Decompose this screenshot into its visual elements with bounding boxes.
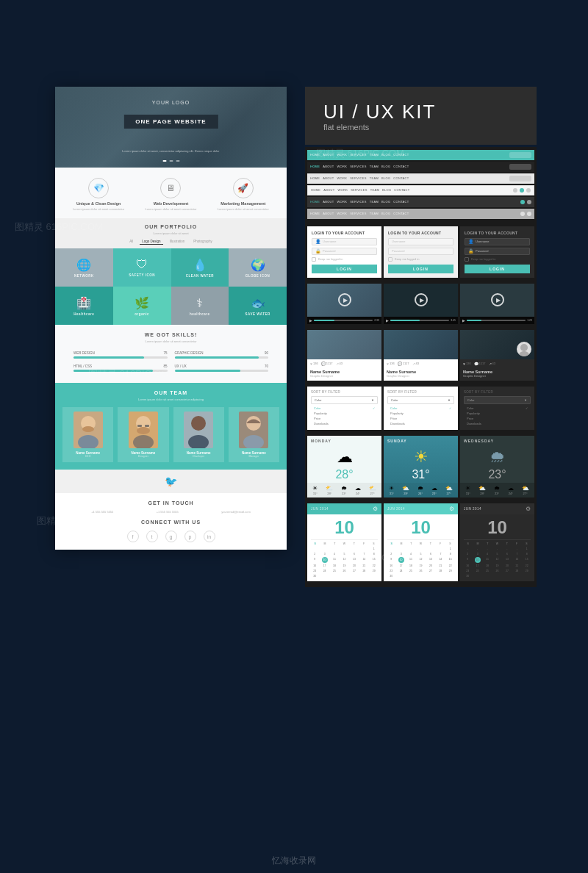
play-icon-3[interactable]: ▶	[462, 318, 465, 323]
pgrid-3[interactable]: 💧 CLEAN WATER	[171, 248, 229, 287]
play-button-2[interactable]: ▶	[415, 293, 428, 306]
hero-button[interactable]: ONE PAGE WEBSITE	[123, 115, 218, 129]
dropdown-opt-pop-3[interactable]: Popularity	[464, 411, 531, 416]
nav-services-light[interactable]: SERVICES	[350, 176, 367, 180]
nav-work-dark2[interactable]: WORK	[337, 200, 347, 204]
nav-home[interactable]: HOME	[310, 153, 320, 157]
username-field-white[interactable]: 👤 Username	[312, 238, 377, 245]
nav-home-dark2[interactable]: HOME	[310, 200, 320, 204]
dropdown-opt-color-1[interactable]: Color ✓	[311, 406, 378, 411]
dropdown-opt-color-2[interactable]: Color ✓	[387, 406, 454, 411]
nav-team-white[interactable]: TEAM	[370, 188, 379, 192]
cal-today-1[interactable]: 10	[322, 557, 328, 563]
dropdown-opt-price-1[interactable]: Price	[311, 416, 378, 421]
nav-search-teal[interactable]	[509, 152, 531, 158]
username-field-light[interactable]: Username	[388, 238, 453, 245]
cal-gear-icon-3[interactable]: ⚙	[526, 506, 531, 512]
nav-blog-dark2[interactable]: BLOG	[381, 200, 390, 204]
nav-about-dark[interactable]: ABOUT	[323, 165, 334, 168]
social-facebook[interactable]: f	[127, 531, 139, 542]
nav-blog[interactable]: BLOG	[381, 153, 390, 157]
pgrid-4[interactable]: 🌍 GLOBE ICON	[229, 248, 287, 287]
nav-contact[interactable]: CONTACT	[393, 153, 409, 157]
dropdown-select-1[interactable]: Color ▼	[311, 396, 378, 404]
pgrid-1[interactable]: 🌐 NETWORK	[55, 248, 113, 287]
play-button-1[interactable]: ▶	[338, 293, 351, 306]
nav-search-dark[interactable]	[509, 164, 531, 170]
pgrid-6[interactable]: 🌿 organic	[113, 287, 171, 325]
nav-home-light[interactable]: HOME	[310, 176, 320, 180]
login-button-dark[interactable]: LOGIN	[465, 265, 530, 273]
play-icon-2[interactable]: ▶	[386, 318, 389, 323]
nav-blog-white[interactable]: BLOG	[382, 188, 391, 192]
pgrid-2[interactable]: 🛡 SAFETY ICON	[113, 248, 171, 287]
nav-work-dark[interactable]: WORK	[337, 165, 347, 168]
password-field-dark[interactable]: 🔒 Password	[465, 248, 530, 255]
dropdown-select-3[interactable]: Color ▼	[464, 396, 531, 404]
dropdown-opt-dl-3[interactable]: Downloads	[464, 421, 531, 426]
ptab-logo[interactable]: Logo Design	[140, 239, 162, 245]
social-pinterest[interactable]: p	[184, 531, 196, 542]
nav-team-gray[interactable]: TEAM	[370, 212, 379, 215]
social-google[interactable]: g	[165, 531, 177, 542]
nav-services-white[interactable]: SERVICES	[351, 188, 368, 192]
dot-2[interactable]	[169, 160, 173, 162]
video-progress-3[interactable]	[467, 320, 526, 321]
cal-gear-icon-1[interactable]: ⚙	[373, 506, 378, 512]
nav-services-dark2[interactable]: SERVICES	[350, 200, 367, 204]
dropdown-opt-price-3[interactable]: Price	[464, 416, 531, 421]
video-progress-1[interactable]	[314, 320, 373, 321]
nav-services[interactable]: SERVICES	[350, 153, 367, 157]
nav-contact-white[interactable]: CONTACT	[394, 188, 409, 192]
dot-3[interactable]	[176, 160, 179, 162]
nav-home-gray[interactable]: HOME	[310, 212, 320, 215]
nav-contact-dark[interactable]: CONTACT	[393, 165, 409, 168]
nav-about-white[interactable]: ABOUT	[323, 188, 334, 192]
nav-work-gray[interactable]: WORK	[337, 212, 347, 215]
pgrid-5[interactable]: 🏥 Healthcare	[55, 287, 113, 325]
nav-home-white[interactable]: HOME	[311, 188, 320, 192]
nav-team-light[interactable]: TEAM	[370, 176, 379, 180]
nav-search-light[interactable]	[509, 176, 531, 182]
dropdown-opt-pop-2[interactable]: Popularity	[387, 411, 454, 416]
dropdown-opt-dl-2[interactable]: Downloads	[387, 421, 454, 426]
ptab-photo[interactable]: Photography	[191, 239, 215, 245]
cal-today-3[interactable]: 10	[475, 557, 481, 563]
ptab-all[interactable]: All	[127, 239, 135, 245]
nav-team-dark2[interactable]: TEAM	[370, 200, 379, 204]
dropdown-opt-color-3[interactable]: Color ✓	[464, 406, 531, 411]
dropdown-opt-pop-1[interactable]: Popularity	[311, 411, 378, 416]
nav-work[interactable]: WORK	[337, 153, 347, 157]
social-twitter[interactable]: t	[146, 531, 158, 542]
password-field-light[interactable]: Password	[388, 248, 453, 255]
nav-work-light[interactable]: WORK	[337, 176, 347, 180]
nav-blog-gray[interactable]: BLOG	[381, 212, 390, 215]
cal-gear-icon-2[interactable]: ⚙	[449, 506, 454, 512]
nav-contact-gray[interactable]: CONTACT	[393, 212, 409, 215]
social-linkedin[interactable]: in	[204, 531, 215, 542]
pgrid-8[interactable]: 🐟 SAVE WATER	[229, 287, 287, 325]
nav-contact-dark2[interactable]: CONTACT	[393, 200, 409, 204]
remember-checkbox-light[interactable]: Keep me logged in	[388, 257, 453, 262]
dropdown-opt-price-2[interactable]: Price	[387, 416, 454, 421]
pgrid-7[interactable]: ⚕ healthcare	[171, 287, 229, 325]
nav-blog-light[interactable]: BLOG	[381, 176, 390, 180]
dropdown-opt-dl-1[interactable]: Downloads	[311, 421, 378, 426]
login-button-white[interactable]: LOGIN	[312, 265, 377, 273]
checkbox-dark[interactable]	[465, 257, 469, 262]
nav-about-light[interactable]: ABOUT	[323, 176, 334, 180]
nav-work-white[interactable]: WORK	[337, 188, 348, 192]
checkbox-light[interactable]	[388, 257, 392, 262]
dropdown-select-2[interactable]: Color ▼	[387, 396, 454, 404]
nav-team-dark[interactable]: TEAM	[370, 165, 379, 168]
play-button-3[interactable]: ▶	[491, 293, 504, 306]
password-field-white[interactable]: 🔒 Password	[312, 248, 377, 255]
ptab-illus[interactable]: Illustration	[168, 239, 187, 245]
remember-checkbox-dark[interactable]: Keep me logged in	[465, 257, 530, 262]
cal-today-2[interactable]: 10	[398, 557, 404, 563]
login-button-light[interactable]: LOGIN	[388, 265, 453, 273]
play-icon-1[interactable]: ▶	[309, 318, 312, 323]
nav-about-dark2[interactable]: ABOUT	[323, 200, 334, 204]
nav-home-dark[interactable]: HOME	[310, 165, 320, 168]
nav-services-gray[interactable]: SERVICES	[350, 212, 367, 215]
